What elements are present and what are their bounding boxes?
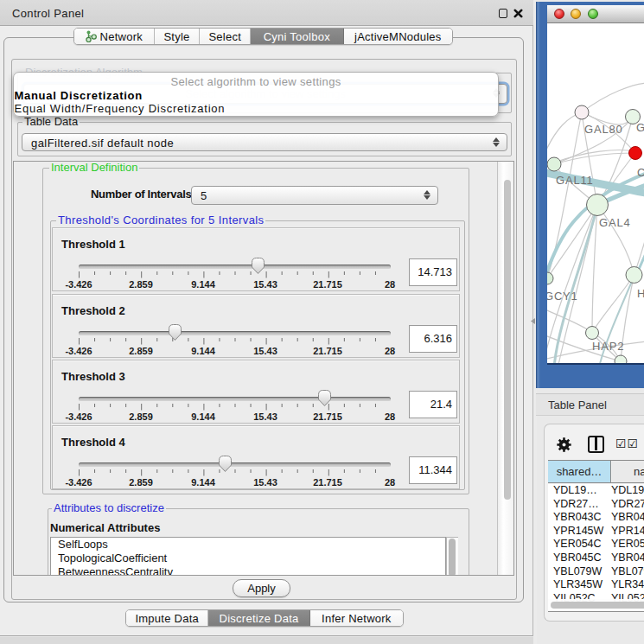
svg-text:GAL4: GAL4 <box>599 216 630 229</box>
svg-text:GAL80: GAL80 <box>584 123 622 136</box>
svg-text:GAL11: GAL11 <box>556 174 594 187</box>
svg-text:GCY1: GCY1 <box>547 290 578 303</box>
svg-text:GA: GA <box>636 121 644 134</box>
svg-text:HAP2: HAP2 <box>592 340 624 353</box>
svg-text:H: H <box>637 287 644 300</box>
svg-text:C: C <box>637 166 644 179</box>
